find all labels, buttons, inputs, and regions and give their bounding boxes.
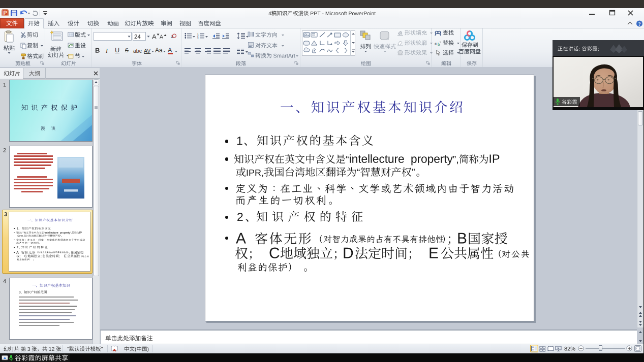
svg-text:a: a xyxy=(171,33,173,39)
svg-text:P: P xyxy=(3,10,7,16)
svg-text:3: 3 xyxy=(197,37,199,39)
svg-text:?: ? xyxy=(638,22,641,27)
svg-text:I: I xyxy=(105,48,108,53)
svg-text:b: b xyxy=(438,42,440,46)
